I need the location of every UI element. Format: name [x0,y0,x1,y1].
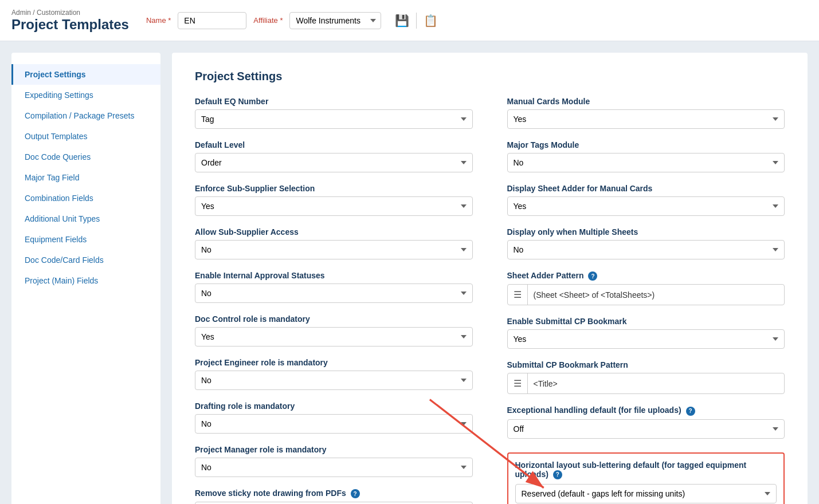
main-content: Project Settings Default EQ Number Tag D… [172,53,808,504]
field-allow-sub-supplier: Allow Sub-Supplier Access No Yes [195,227,473,259]
field-label-exceptional-handling: Exceptional handling default (for file u… [507,405,785,415]
field-label-enforce-sub-supplier: Enforce Sub-Supplier Selection [195,184,473,193]
affiliate-select[interactable]: Wolfe Instruments [289,12,381,29]
right-col: Manual Cards Module Yes No Major Tags Mo… [507,97,785,504]
submittal-cp-bookmark-pattern-value: <Title> [528,375,785,393]
sidebar: Project Settings Expediting Settings Com… [11,53,160,504]
sidebar-item-expediting-settings[interactable]: Expediting Settings [11,85,160,105]
select-enable-submittal-cp-bookmark[interactable]: Yes No [507,329,785,349]
pattern-icon-submittal: ☰ [508,373,528,393]
select-manual-cards-module[interactable]: Yes No [507,109,785,129]
field-label-enable-submittal-cp-bookmark: Enable Submittal CP Bookmark [507,317,785,326]
sidebar-item-major-tag-field[interactable]: Major Tag Field [11,167,160,188]
left-col: Default EQ Number Tag Default Level Orde… [195,97,473,504]
select-display-sheet-adder[interactable]: Yes No [507,196,785,216]
help-icon-sheet-adder[interactable]: ? [588,271,597,281]
select-display-only-multiple-sheets[interactable]: No Yes [507,240,785,259]
name-label: Name * [146,16,171,25]
field-label-enable-internal-approval: Enable Internal Approval Statuses [195,271,473,280]
select-enforce-sub-supplier[interactable]: Yes No [195,196,473,216]
header-icons: 💾 📋 [393,11,440,30]
select-default-eq-number[interactable]: Tag [195,109,473,129]
help-icon-horizontal-layout[interactable]: ? [553,470,562,479]
help-icon-remove-sticky[interactable]: ? [351,489,360,498]
field-project-manager-mandatory: Project Manager role is mandatory No Yes [195,445,473,477]
field-remove-sticky-note: Remove sticky note drawing from PDFs ? N… [195,489,473,504]
field-label-drafting-mandatory: Drafting role is mandatory [195,401,473,411]
header-fields: Name * Affiliate * Wolfe Instruments 💾 📋 [146,11,440,30]
select-major-tags-module[interactable]: No Yes [507,153,785,172]
field-label-doc-control-mandatory: Doc Control role is mandatory [195,314,473,324]
select-horizontal-layout[interactable]: Reserved (default - gaps left for missin… [515,484,777,503]
sheet-adder-pattern-value: (Sheet <Sheet> of <TotalSheets>) [528,286,785,304]
sidebar-item-project-main-fields[interactable]: Project (Main) Fields [11,270,160,291]
settings-grid: Default EQ Number Tag Default Level Orde… [195,97,785,504]
sidebar-item-additional-unit-types[interactable]: Additional Unit Types [11,208,160,229]
sidebar-item-project-settings[interactable]: Project Settings [11,64,160,85]
sidebar-item-equipment-fields[interactable]: Equipment Fields [11,229,160,250]
sidebar-item-combination-fields[interactable]: Combination Fields [11,188,160,208]
field-default-level: Default Level Order [195,140,473,172]
field-label-remove-sticky-note: Remove sticky note drawing from PDFs ? [195,489,473,498]
field-display-sheet-adder: Display Sheet Adder for Manual Cards Yes… [507,184,785,216]
field-label-display-sheet-adder: Display Sheet Adder for Manual Cards [507,184,785,193]
field-label-display-only-multiple-sheets: Display only when Multiple Sheets [507,227,785,237]
divider [416,13,417,29]
select-enable-internal-approval[interactable]: No Yes [195,284,473,303]
help-icon-exceptional-handling[interactable]: ? [686,407,695,416]
select-doc-control-mandatory[interactable]: Yes No [195,327,473,346]
field-horizontal-layout-highlighted: Horizontal layout sub-lettering default … [507,452,785,504]
select-default-level[interactable]: Order [195,153,473,172]
field-label-allow-sub-supplier: Allow Sub-Supplier Access [195,227,473,237]
field-exceptional-handling: Exceptional handling default (for file u… [507,405,785,438]
affiliate-label: Affiliate * [253,16,283,25]
pattern-icon-sheet-adder: ☰ [508,285,528,305]
page-title: Project Templates [11,17,129,33]
select-drafting-mandatory[interactable]: No Yes [195,414,473,434]
field-label-horizontal-layout: Horizontal layout sub-lettering default … [515,460,777,479]
field-enable-internal-approval: Enable Internal Approval Statuses No Yes [195,271,473,303]
field-default-eq-number: Default EQ Number Tag [195,97,473,129]
sidebar-item-output-templates[interactable]: Output Templates [11,126,160,147]
field-submittal-cp-bookmark-pattern: Submittal CP Bookmark Pattern ☰ <Title> [507,360,785,394]
field-manual-cards-module: Manual Cards Module Yes No [507,97,785,129]
field-project-engineer-mandatory: Project Engineer role is mandatory No Ye… [195,358,473,390]
name-input[interactable] [178,12,246,29]
field-doc-control-mandatory: Doc Control role is mandatory Yes No [195,314,473,346]
field-sheet-adder-pattern: Sheet Adder Pattern ? ☰ (Sheet <Sheet> o… [507,271,785,305]
sheet-adder-pattern-field: ☰ (Sheet <Sheet> of <TotalSheets>) [507,284,785,305]
field-label-major-tags-module: Major Tags Module [507,140,785,149]
field-label-project-manager-mandatory: Project Manager role is mandatory [195,445,473,454]
submittal-cp-bookmark-pattern-field: ☰ <Title> [507,373,785,394]
select-remove-sticky-note[interactable]: No Yes [195,502,473,504]
field-label-sheet-adder-pattern: Sheet Adder Pattern ? [507,271,785,281]
header-title-block: Admin / Customization Project Templates [11,9,129,33]
top-header: Admin / Customization Project Templates … [0,0,819,41]
breadcrumb: Admin / Customization [11,9,129,17]
sidebar-item-doc-code-queries[interactable]: Doc Code Queries [11,147,160,167]
save-button[interactable]: 💾 [393,11,412,30]
field-label-project-engineer-mandatory: Project Engineer role is mandatory [195,358,473,367]
field-label-default-eq-number: Default EQ Number [195,97,473,106]
field-enable-submittal-cp-bookmark: Enable Submittal CP Bookmark Yes No [507,317,785,349]
select-allow-sub-supplier[interactable]: No Yes [195,240,473,259]
copy-button[interactable]: 📋 [421,11,440,30]
select-exceptional-handling[interactable]: Off On [507,419,785,439]
section-title: Project Settings [195,70,785,83]
main-layout: Project Settings Expediting Settings Com… [0,41,819,504]
select-project-manager-mandatory[interactable]: No Yes [195,458,473,477]
field-enforce-sub-supplier: Enforce Sub-Supplier Selection Yes No [195,184,473,216]
field-drafting-mandatory: Drafting role is mandatory No Yes [195,401,473,434]
field-display-only-multiple-sheets: Display only when Multiple Sheets No Yes [507,227,785,259]
field-label-default-level: Default Level [195,140,473,149]
field-label-manual-cards-module: Manual Cards Module [507,97,785,106]
sidebar-item-compilation-package-presets[interactable]: Compilation / Package Presets [11,105,160,126]
field-label-submittal-cp-bookmark-pattern: Submittal CP Bookmark Pattern [507,360,785,369]
field-major-tags-module: Major Tags Module No Yes [507,140,785,172]
select-project-engineer-mandatory[interactable]: No Yes [195,371,473,390]
sidebar-item-doc-code-card-fields[interactable]: Doc Code/Card Fields [11,250,160,270]
